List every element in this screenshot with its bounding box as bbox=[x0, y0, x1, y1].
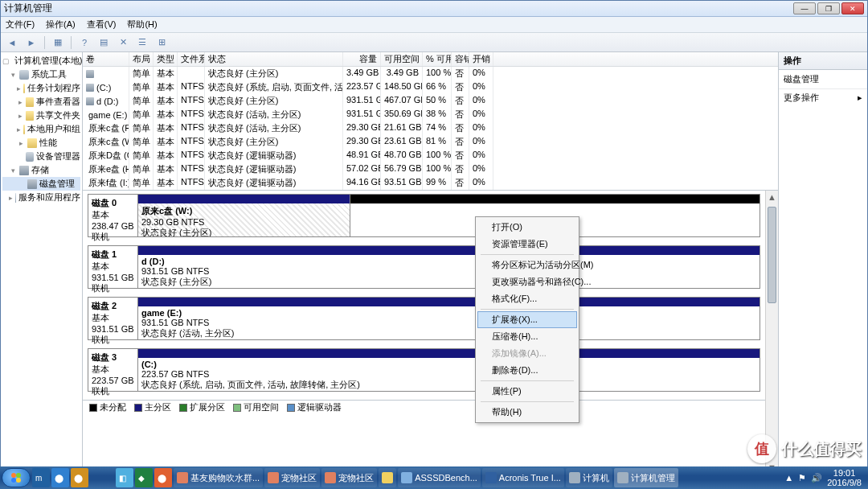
col-ovh[interactable]: 开销 bbox=[469, 52, 493, 66]
taskbar-pin-3[interactable]: ⬤ bbox=[71, 468, 88, 487]
tree-device[interactable]: 设备管理器 bbox=[36, 150, 80, 162]
table-row[interactable]: (C:)简单基本NTFS状态良好 (系统, 启动, 页面文件, 活动, 故障转储… bbox=[83, 80, 778, 94]
ctx-open[interactable]: 打开(O) bbox=[477, 219, 577, 236]
taskbar-app-6[interactable]: Acronis True I... bbox=[482, 468, 564, 487]
clock-date[interactable]: 2016/9/8 bbox=[827, 478, 862, 487]
menu-action[interactable]: 操作(A) bbox=[46, 18, 76, 31]
taskbar[interactable]: m ⬤ ⬤ ◧ ◆ ⬤ 基友购物吹水群... 宠物社区 宠物社区 ASSSDBe… bbox=[0, 466, 868, 489]
tree-perf[interactable]: 性能 bbox=[39, 137, 57, 149]
disk-row[interactable]: 磁盘 0基本238.47 GB联机原来c盘 (W:)29.30 GB NTFS状… bbox=[88, 194, 760, 237]
view-menu-button[interactable]: ▦ bbox=[50, 35, 66, 51]
taskbar-app-8[interactable]: 计算机管理 bbox=[614, 468, 678, 487]
partition[interactable]: game (E:)931.51 GB NTFS状态良好 (活动, 主分区) bbox=[138, 298, 760, 339]
tree-diskmgmt[interactable]: 磁盘管理 bbox=[39, 178, 75, 190]
tree-services[interactable]: 服务和应用程序 bbox=[18, 191, 80, 203]
ctx-explorer[interactable]: 资源管理器(E) bbox=[477, 236, 577, 253]
disk-row[interactable]: 磁盘 3基本223.57 GB联机(C:)223.57 GB NTFS状态良好 … bbox=[88, 348, 760, 392]
ctx-change-letter[interactable]: 更改驱动器号和路径(C)... bbox=[477, 273, 577, 290]
tree-storage[interactable]: 存储 bbox=[31, 164, 49, 176]
ctx-format[interactable]: 格式化(F)... bbox=[477, 290, 577, 307]
tree-users[interactable]: 本地用户和组 bbox=[27, 123, 80, 135]
taskbar-pin-2[interactable]: ⬤ bbox=[51, 468, 69, 487]
taskbar-app-4[interactable] bbox=[379, 468, 396, 487]
scroll-up-icon[interactable]: ▲ bbox=[766, 191, 778, 203]
refresh-icon[interactable]: ✕ bbox=[115, 35, 131, 51]
table-row[interactable]: 原来c盘 (F:)简单基本NTFS状态良好 (活动, 主分区)29.30 GB2… bbox=[83, 121, 778, 135]
actions-section[interactable]: 磁盘管理 bbox=[779, 70, 867, 89]
props-icon[interactable]: ▤ bbox=[96, 35, 112, 51]
system-tray[interactable]: ▲ ⚑ 🔊 19:01 2016/9/8 bbox=[780, 468, 866, 487]
disk-label[interactable]: 磁盘 2基本931.51 GB联机 bbox=[88, 298, 138, 339]
disk-label[interactable]: 磁盘 3基本223.57 GB联机 bbox=[88, 349, 138, 391]
tree-root[interactable]: 计算机管理(本地) bbox=[14, 55, 82, 67]
ctx-help[interactable]: 帮助(H) bbox=[477, 404, 577, 421]
disk-label[interactable]: 磁盘 0基本238.47 GB联机 bbox=[88, 195, 138, 236]
tree-systools[interactable]: 系统工具 bbox=[31, 68, 67, 80]
ctx-extend[interactable]: 扩展卷(X)... bbox=[477, 311, 577, 328]
table-row[interactable]: 原来f盘 (I:)简单基本NTFS状态良好 (逻辑驱动器)94.16 GB93.… bbox=[83, 176, 778, 190]
partition[interactable]: 原来c盘 (W:)29.30 GB NTFS状态良好 (主分区) bbox=[138, 195, 350, 236]
tree-share[interactable]: 共享文件夹 bbox=[36, 109, 80, 121]
disk-row[interactable]: 磁盘 2基本931.51 GB联机game (E:)931.51 GB NTFS… bbox=[88, 297, 760, 340]
nav-tree[interactable]: ▢计算机管理(本地) ▾系统工具 ▸任务计划程序 ▸事件查看器 ▸共享文件夹 ▸… bbox=[1, 52, 83, 488]
context-menu[interactable]: 打开(O) 资源管理器(E) 将分区标记为活动分区(M) 更改驱动器号和路径(C… bbox=[475, 216, 579, 423]
table-row[interactable]: 原来D盘 (G:)简单基本NTFS状态良好 (逻辑驱动器)48.91 GB48.… bbox=[83, 149, 778, 162]
tree-task[interactable]: 任务计划程序 bbox=[27, 82, 80, 94]
col-cap[interactable]: 容量 bbox=[343, 52, 381, 66]
taskbar-app-2[interactable]: 宠物社区 bbox=[264, 468, 320, 487]
col-volume[interactable]: 卷 bbox=[83, 52, 129, 66]
svg-point-2 bbox=[11, 478, 16, 483]
scroll-thumb[interactable] bbox=[768, 207, 776, 303]
menu-help[interactable]: 帮助(H) bbox=[127, 18, 157, 31]
table-row[interactable]: 简单基本状态良好 (主分区)3.49 GB3.49 GB100 %否0% bbox=[83, 67, 778, 80]
disk-row[interactable]: 磁盘 1基本931.51 GB联机d (D:)931.51 GB NTFS状态良… bbox=[88, 245, 760, 289]
list-icon[interactable]: ☰ bbox=[134, 35, 150, 51]
col-fault[interactable]: 容错 bbox=[452, 52, 469, 66]
tray-icon[interactable]: ⚑ bbox=[798, 473, 806, 483]
taskbar-app-1[interactable]: 基友购物吹水群... bbox=[174, 468, 263, 487]
actions-more[interactable]: 更多操作▸ bbox=[779, 89, 867, 106]
taskbar-app-7[interactable]: 计算机 bbox=[566, 468, 612, 487]
start-button[interactable] bbox=[2, 468, 31, 487]
help-icon[interactable]: ? bbox=[76, 35, 92, 51]
ctx-delete[interactable]: 删除卷(D)... bbox=[477, 362, 577, 379]
ctx-mark-active[interactable]: 将分区标记为活动分区(M) bbox=[477, 257, 577, 273]
table-row[interactable]: game (E:)简单基本NTFS状态良好 (活动, 主分区)931.51 GB… bbox=[83, 108, 778, 121]
taskbar-pin-4[interactable]: ◧ bbox=[116, 468, 133, 487]
table-row[interactable]: d (D:)简单基本NTFS状态良好 (主分区)931.51 GB467.07 … bbox=[83, 94, 778, 108]
col-free[interactable]: 可用空间 bbox=[381, 52, 423, 66]
col-pct[interactable]: % 可用 bbox=[423, 52, 452, 66]
titlebar[interactable]: 计算机管理 — ❐ ✕ bbox=[1, 1, 867, 17]
ctx-shrink[interactable]: 压缩卷(H)... bbox=[477, 328, 577, 345]
detail-icon[interactable]: ⊞ bbox=[154, 35, 170, 51]
volume-list[interactable]: 卷 布局 类型 文件系统 状态 容量 可用空间 % 可用 容错 开销 简单基本状… bbox=[83, 52, 778, 191]
menu-file[interactable]: 文件(F) bbox=[6, 18, 35, 31]
partition[interactable]: (C:)223.57 GB NTFS状态良好 (系统, 启动, 页面文件, 活动… bbox=[138, 349, 760, 391]
ctx-props[interactable]: 属性(P) bbox=[477, 383, 577, 400]
clock-time[interactable]: 19:01 bbox=[827, 468, 862, 478]
taskbar-app-5[interactable]: ASSSDBench... bbox=[398, 468, 481, 487]
col-fs[interactable]: 文件系统 bbox=[178, 52, 205, 66]
partition[interactable]: d (D:)931.51 GB NTFS状态良好 (主分区) bbox=[138, 246, 760, 288]
maximize-button[interactable]: ❐ bbox=[817, 2, 840, 14]
taskbar-pin-1[interactable]: m bbox=[32, 468, 50, 487]
tray-icon[interactable]: 🔊 bbox=[811, 473, 822, 483]
taskbar-pin-6[interactable]: ⬤ bbox=[154, 468, 172, 487]
minimize-button[interactable]: — bbox=[793, 2, 816, 14]
col-layout[interactable]: 布局 bbox=[129, 52, 154, 66]
tree-event[interactable]: 事件查看器 bbox=[36, 96, 80, 108]
taskbar-app-3[interactable]: 宠物社区 bbox=[321, 468, 377, 487]
close-button[interactable]: ✕ bbox=[841, 2, 864, 14]
col-status[interactable]: 状态 bbox=[205, 52, 343, 66]
taskbar-pin-5[interactable]: ◆ bbox=[135, 468, 153, 487]
table-row[interactable]: 原来c盘 (W:)简单基本NTFS状态良好 (主分区)29.30 GB23.61… bbox=[83, 135, 778, 149]
menu-view[interactable]: 查看(V) bbox=[87, 18, 117, 31]
disk-label[interactable]: 磁盘 1基本931.51 GB联机 bbox=[88, 246, 138, 288]
col-type[interactable]: 类型 bbox=[154, 52, 178, 66]
disk-graphical-area[interactable]: 磁盘 0基本238.47 GB联机原来c盘 (W:)29.30 GB NTFS状… bbox=[83, 191, 778, 488]
forward-button[interactable]: ► bbox=[23, 35, 39, 51]
table-row[interactable]: 原来e盘 (H:)简单基本NTFS状态良好 (逻辑驱动器)57.02 GB56.… bbox=[83, 162, 778, 176]
back-button[interactable]: ◄ bbox=[4, 35, 20, 51]
tray-icon[interactable]: ▲ bbox=[784, 473, 793, 483]
disk-scrollbar[interactable]: ▲ ▼ bbox=[765, 191, 778, 474]
